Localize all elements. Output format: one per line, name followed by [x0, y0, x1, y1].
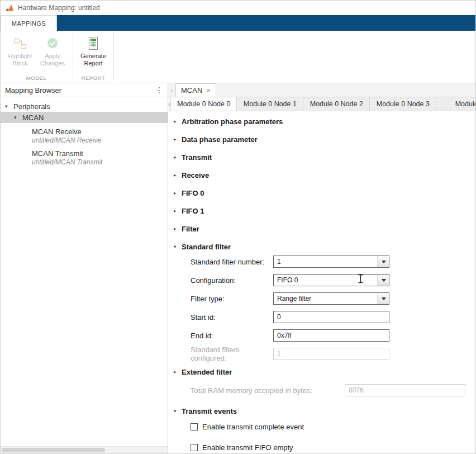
section-title: Receive — [182, 171, 209, 179]
total-ram-input — [345, 384, 465, 396]
generate-report-icon — [86, 36, 101, 51]
section-filter[interactable]: ▸ Filter — [174, 223, 475, 234]
highlight-block-button: Highlight Block — [4, 34, 36, 67]
dropdown-arrow-button[interactable] — [378, 256, 389, 267]
transmit-complete-checkbox[interactable] — [191, 423, 198, 431]
section-title: FIFO 1 — [182, 207, 204, 215]
caret-expanded-icon: ▾ — [174, 244, 179, 249]
chevron-down-icon — [382, 261, 386, 263]
node-tab-bar: ‹ Module 0 Node 0 Module 0 Node 1 Module… — [168, 97, 475, 111]
caret-expanded-icon[interactable]: ▾ — [5, 103, 11, 109]
field-label: Standard filter number: — [191, 258, 273, 266]
section-extended-filter[interactable]: ▸ Extended filter — [174, 366, 475, 377]
title-bar: Hardware Mapping: untitled — [1, 1, 475, 15]
hardware-mapping-window: Hardware Mapping: untitled MAPPINGS High… — [0, 0, 476, 454]
section-data-phase[interactable]: ▸ Data phase parameter — [174, 134, 475, 145]
tab-module0-node0[interactable]: Module 0 Node 0 — [170, 97, 237, 111]
field-total-ram: Total RAM memory occupied in bytes: — [174, 384, 475, 396]
generate-report-label: Generate Report — [77, 53, 110, 67]
tab-module0-node3[interactable]: Module 0 Node 3 — [370, 97, 436, 111]
block-path: untitled/MCAN Receive — [32, 136, 168, 145]
section-fifo1[interactable]: ▸ FIFO 1 — [174, 205, 475, 216]
tab-module0-node2[interactable]: Module 0 Node 2 — [303, 97, 370, 111]
close-icon[interactable]: × — [206, 87, 211, 94]
field-label: Start id: — [191, 313, 273, 321]
dropdown-value: 1 — [274, 256, 378, 267]
field-standard-filter-number: Standard filter number: 1 — [174, 256, 475, 268]
dropdown-arrow-button[interactable] — [378, 275, 389, 286]
apply-changes-label: Apply Changes — [36, 53, 69, 67]
checkbox-label: Enable transmit FIFO empty — [202, 443, 293, 452]
ribbon-toolbar: Highlight Block Apply Changes MODEL Gene… — [1, 31, 475, 83]
apply-changes-icon — [45, 36, 60, 51]
doc-tab-label: MCAN — [181, 86, 202, 94]
tab-scroll-left-icon[interactable]: ‹ — [168, 83, 175, 97]
window-title: Hardware Mapping: untitled — [18, 4, 100, 12]
field-filter-type: Filter type: Range filter — [174, 292, 475, 305]
field-end-id: End id: — [174, 329, 475, 342]
tab-module0-node1[interactable]: Module 0 Node 1 — [237, 97, 303, 111]
group-label-report: REPORT — [74, 75, 113, 81]
chevron-down-icon — [382, 279, 386, 282]
caret-collapsed-icon: ▸ — [174, 369, 179, 375]
caret-expanded-icon[interactable]: ▾ — [14, 115, 20, 120]
section-title: Filter — [182, 225, 199, 233]
section-receive[interactable]: ▸ Receive — [174, 169, 475, 181]
highlight-block-icon — [13, 36, 27, 51]
main-area: Mapping Browser ⋮ ▾ Peripherals ▾ MCAN M… — [1, 83, 475, 453]
block-name: MCAN Transmit — [32, 149, 168, 158]
parameters-pane: ▸ Arbitration phase parameters ▸ Data ph… — [168, 111, 475, 453]
section-arbitration-phase[interactable]: ▸ Arbitration phase parameters — [174, 116, 475, 127]
apply-changes-button: Apply Changes — [36, 34, 69, 67]
ribbon-header-bar — [57, 15, 475, 31]
section-transmit[interactable]: ▸ Transmit — [174, 152, 475, 163]
section-fifo0[interactable]: ▸ FIFO 0 — [174, 187, 475, 198]
block-name: MCAN Receive — [32, 127, 168, 136]
peripheral-tree: ▾ Peripherals ▾ MCAN MCAN Receive untitl… — [1, 97, 168, 446]
checkbox-label: Enable transmit complete event — [202, 423, 304, 431]
mapping-browser-title: Mapping Browser — [5, 86, 61, 94]
standard-filter-number-dropdown[interactable]: 1 — [273, 256, 389, 268]
toolbar-separator — [73, 33, 73, 81]
tree-item-label: Peripherals — [13, 102, 50, 111]
section-title: Transmit — [182, 153, 212, 162]
start-id-input[interactable] — [273, 311, 389, 323]
filter-type-dropdown[interactable]: Range filter — [273, 292, 389, 305]
doc-tab-mcan[interactable]: MCAN × — [175, 83, 216, 97]
generate-report-button[interactable]: Generate Report — [77, 34, 110, 67]
tab-mappings[interactable]: MAPPINGS — [1, 15, 57, 31]
section-title: Arbitration phase parameters — [182, 117, 283, 126]
section-standard-filter[interactable]: ▾ Standard filter — [174, 241, 475, 252]
horizontal-scrollbar[interactable] — [1, 446, 168, 453]
field-configuration: Configuration: FIFO 0 — [174, 274, 475, 286]
transmit-fifo-empty-checkbox[interactable] — [191, 444, 198, 451]
field-label: End id: — [191, 332, 273, 340]
dropdown-arrow-button[interactable] — [378, 293, 389, 304]
matlab-logo-icon — [5, 3, 14, 12]
dropdown-value: Range filter — [274, 293, 378, 304]
mapping-browser-panel: Mapping Browser ⋮ ▾ Peripherals ▾ MCAN M… — [1, 83, 168, 453]
group-label-model: MODEL — [1, 75, 72, 81]
field-standard-filters-configured: Standard filters configured: — [174, 348, 475, 360]
tree-item-mcan-receive[interactable]: MCAN Receive untitled/MCAN Receive — [1, 127, 168, 145]
caret-collapsed-icon: ▸ — [174, 136, 179, 142]
editor-panel: ‹ MCAN × ‹ Module 0 Node 0 Module 0 Node… — [168, 83, 475, 453]
standard-filters-configured-input — [273, 348, 389, 360]
tree-item-mcan-transmit[interactable]: MCAN Transmit untitled/MCAN Transmit — [1, 149, 168, 167]
dropdown-value: FIFO 0 — [274, 275, 378, 286]
tab-module1[interactable]: Module 1 — [436, 97, 475, 111]
field-label: Total RAM memory occupied in bytes: — [191, 386, 345, 395]
section-title: Data phase parameter — [182, 135, 258, 144]
overflow-menu-icon[interactable]: ⋮ — [155, 86, 163, 94]
tree-item-peripherals[interactable]: ▾ Peripherals — [1, 101, 168, 112]
end-id-input[interactable] — [273, 329, 389, 342]
caret-collapsed-icon: ▸ — [174, 154, 179, 160]
section-transmit-events[interactable]: ▾ Transmit events — [174, 405, 475, 417]
scrollbar-thumb[interactable] — [2, 448, 105, 452]
section-title: FIFO 0 — [182, 189, 204, 197]
tree-item-mcan-selected[interactable]: ▾ MCAN — [1, 112, 168, 123]
configuration-dropdown[interactable]: FIFO 0 — [273, 274, 389, 286]
section-title: Transmit events — [182, 407, 237, 415]
caret-expanded-icon: ▾ — [174, 408, 179, 414]
field-label: Standard filters configured: — [191, 346, 273, 362]
